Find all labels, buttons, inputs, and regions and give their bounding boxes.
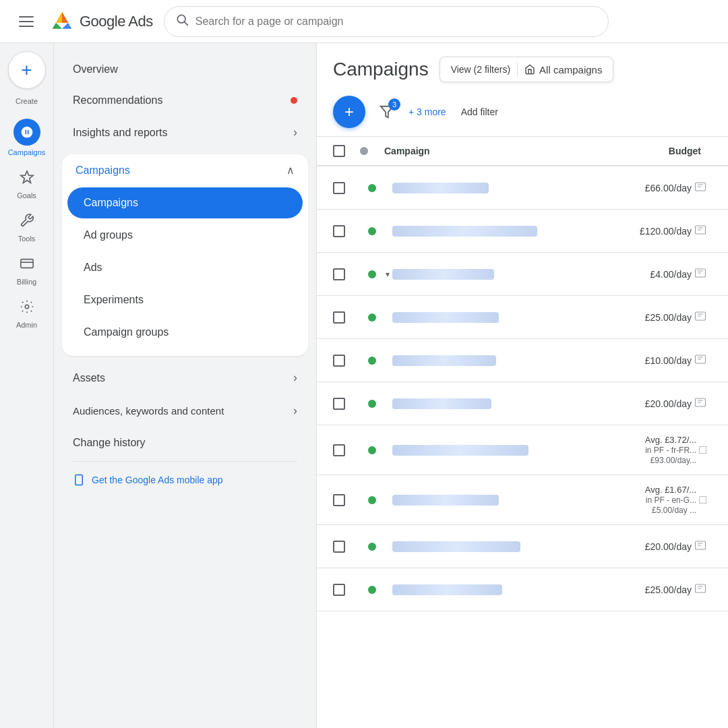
nav-assets[interactable]: Assets ›: [62, 361, 308, 394]
more-filters-button[interactable]: + 3 more: [408, 107, 446, 117]
status-dot-dropdown[interactable]: ▾: [360, 270, 390, 279]
campaigns-sidebar-label: Campaigns: [8, 148, 46, 156]
recommendations-dot: [291, 97, 297, 104]
filter-count-badge: 3: [388, 98, 400, 111]
nav-sub-experiments[interactable]: Experiments: [67, 284, 303, 315]
budget-icon: □: [699, 443, 706, 457]
add-icon: +: [344, 102, 354, 121]
campaign-name-blurred: [392, 269, 494, 280]
status-dot: [368, 270, 376, 278]
all-campaigns-chip[interactable]: All campaigns: [524, 64, 602, 75]
nav-recommendations[interactable]: Recommendations: [62, 85, 308, 116]
campaigns-table: Campaign Budget £66.00/day: [317, 137, 728, 611]
row-checkbox[interactable]: [333, 268, 345, 280]
plus-icon: +: [21, 59, 32, 81]
filter-view-label[interactable]: View (2 filters): [451, 64, 510, 75]
nav-sub-ads[interactable]: Ads: [67, 252, 303, 283]
table-row: Avg. £3.72/... in PF - fr-FR... £93.00/d…: [317, 425, 728, 475]
sidebar-item-tools[interactable]: Tools: [3, 208, 51, 248]
table-row: £20.00/day: [317, 525, 728, 568]
table-row: £10.00/day: [317, 339, 728, 382]
campaigns-section-header[interactable]: Campaigns ∧: [62, 154, 308, 186]
search-bar[interactable]: [164, 6, 609, 37]
campaign-name-blurred: [392, 355, 496, 366]
campaigns-nav-section: Campaigns ∧ Campaigns Ad groups Ads Expe…: [62, 154, 308, 356]
goals-icon: [20, 170, 34, 189]
create-label: Create: [16, 97, 38, 105]
budget-value-text: £120.00/day: [640, 226, 692, 237]
budget-icon: [694, 181, 706, 195]
audiences-chevron-icon: ›: [293, 404, 297, 418]
row-checkbox[interactable]: [333, 584, 345, 596]
campaign-name-blurred: [392, 226, 537, 237]
row-checkbox[interactable]: [333, 444, 345, 456]
status-dot: [368, 357, 376, 365]
status-dot: [368, 446, 376, 454]
budget-icon: [694, 396, 706, 411]
budget-value-text: £25.00/day: [645, 312, 692, 323]
sidebar-item-admin[interactable]: Admin: [3, 294, 51, 334]
admin-icon: [20, 299, 34, 318]
nav-audiences[interactable]: Audiences, keywords and content ›: [62, 394, 308, 427]
add-filter-button[interactable]: Add filter: [454, 102, 505, 121]
sidebar-item-goals[interactable]: Goals: [3, 164, 51, 205]
svg-line-6: [185, 22, 188, 26]
mobile-app-link[interactable]: Get the Google Ads mobile app: [62, 464, 308, 495]
row-checkbox[interactable]: [333, 311, 345, 324]
status-dot: [368, 227, 376, 235]
search-input[interactable]: [195, 16, 597, 28]
nav-insights[interactable]: Insights and reports ›: [62, 116, 308, 149]
status-dot: [368, 496, 376, 504]
campaign-name-blurred: [392, 584, 502, 595]
sidebar-item-campaigns[interactable]: Campaigns: [3, 113, 51, 162]
nav-sub-campaign-groups[interactable]: Campaign groups: [67, 317, 303, 348]
tools-label: Tools: [18, 235, 36, 243]
add-button[interactable]: +: [333, 96, 365, 128]
campaigns-icon: [20, 125, 34, 139]
sidebar-item-billing[interactable]: Billing: [3, 251, 51, 291]
create-button[interactable]: +: [8, 51, 46, 89]
table-row: Avg. £1.67/... in PF - en-G... £5.00/day…: [317, 475, 728, 525]
row-checkbox[interactable]: [333, 541, 345, 553]
row-checkbox[interactable]: [333, 182, 345, 194]
table-body: £66.00/day £120.00/day: [317, 166, 728, 611]
svg-marker-4: [62, 11, 68, 22]
svg-rect-8: [20, 260, 32, 268]
table-row: £20.00/day: [317, 382, 728, 425]
svg-marker-2: [53, 22, 62, 28]
table-row: £120.00/day: [317, 210, 728, 253]
select-all-checkbox[interactable]: [333, 145, 345, 157]
svg-marker-3: [62, 22, 71, 28]
campaign-name-blurred: [392, 541, 520, 552]
menu-icon[interactable]: [13, 11, 39, 32]
main-layout: + Create Campaigns Goals: [0, 43, 728, 728]
logo[interactable]: Google Ads: [50, 9, 153, 34]
table-row: ▾ £4.00/day: [317, 253, 728, 296]
budget-icon: [694, 582, 706, 597]
nav-overview[interactable]: Overview: [62, 54, 308, 85]
budget-icon: [694, 310, 706, 324]
nav-sub-campaigns[interactable]: Campaigns: [67, 187, 303, 218]
nav-sub-adgroups[interactable]: Ad groups: [67, 220, 303, 251]
status-header-dot: [360, 147, 368, 155]
campaign-name-blurred: [392, 183, 489, 193]
search-icon: [175, 13, 189, 30]
budget-value-text: £20.00/day: [645, 398, 692, 409]
nav-change-history[interactable]: Change history: [62, 427, 308, 458]
content-header: Campaigns View (2 filters) All campaigns: [317, 43, 728, 90]
icon-sidebar: + Create Campaigns Goals: [0, 43, 54, 728]
svg-rect-11: [75, 475, 83, 485]
table-row: £25.00/day: [317, 568, 728, 611]
status-dot: [368, 586, 376, 594]
status-dropdown-chevron-icon: ▾: [386, 270, 390, 279]
row-checkbox[interactable]: [333, 398, 345, 410]
budget-value-text: £66.00/day: [645, 183, 692, 193]
row-checkbox[interactable]: [333, 225, 345, 237]
row-checkbox[interactable]: [333, 355, 345, 367]
status-dot: [368, 313, 376, 322]
filter-button[interactable]: 3: [373, 98, 400, 125]
row-checkbox[interactable]: [333, 494, 345, 506]
topbar: Google Ads: [0, 0, 728, 43]
page-title: Campaigns: [333, 59, 429, 80]
insights-chevron-icon: ›: [293, 125, 297, 140]
